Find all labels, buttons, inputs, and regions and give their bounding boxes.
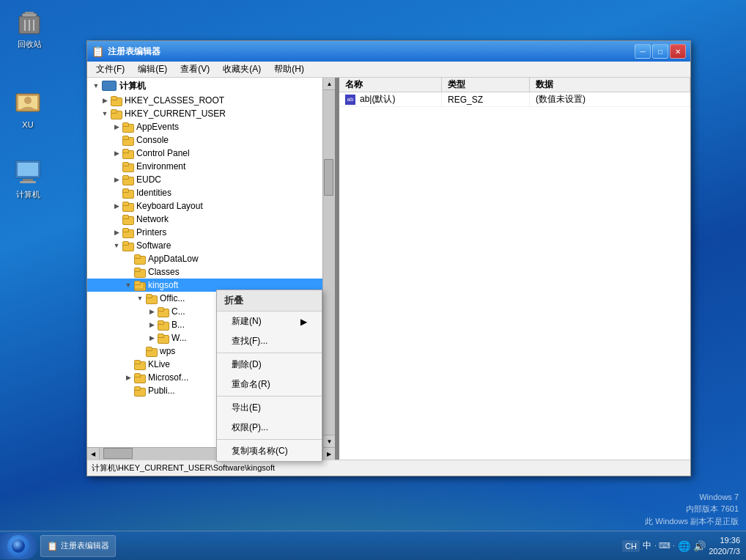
clock[interactable]: 19:36 2020/7/3 xyxy=(709,535,740,556)
expand-kingsoft[interactable]: ▼ xyxy=(122,279,134,291)
menu-file[interactable]: 文件(F) xyxy=(90,62,130,77)
expand-software[interactable]: ▼ xyxy=(111,240,122,251)
tree-console[interactable]: Console xyxy=(87,133,322,147)
context-delete-label: 删除(D) xyxy=(232,358,262,371)
tree-identities[interactable]: Identities xyxy=(87,186,322,199)
context-new-label: 新建(N) xyxy=(232,315,262,328)
tree-eudc[interactable]: ▶ EUDC xyxy=(87,173,322,186)
vscroll-track[interactable] xyxy=(323,90,335,435)
network-icon[interactable]: 🌐 xyxy=(678,540,690,552)
windows-version: Windows 7 内部版本 7601 此 Windows 副本不是正版 xyxy=(645,491,739,528)
tree-label-control-panel: Control Panel xyxy=(136,148,190,158)
tree-label-hkey-classes: HKEY_CLASSES_ROOT xyxy=(125,95,224,106)
computer-icon xyxy=(13,158,43,187)
context-copy-key-label: 复制项名称(C) xyxy=(232,445,288,457)
context-menu-rename[interactable]: 重命名(R) xyxy=(217,375,322,394)
context-menu-copy-key[interactable]: 复制项名称(C) xyxy=(217,441,322,461)
desktop-icon-computer[interactable]: 计算机 xyxy=(6,158,50,199)
tree-label-klive: KLive xyxy=(148,359,170,369)
folder-appdatalow xyxy=(134,254,146,264)
expand-network[interactable] xyxy=(111,213,122,225)
tree-computer-root[interactable]: ▼ 计算机 xyxy=(87,78,322,94)
expand-computer[interactable]: ▼ xyxy=(90,80,102,92)
cell-name: ab ab|(默认) xyxy=(339,92,442,106)
tree-vscrollbar[interactable]: ▲ ▼ xyxy=(322,78,335,447)
context-menu-find[interactable]: 查找(F)... xyxy=(217,331,322,351)
expand-environment[interactable] xyxy=(111,161,122,172)
expand-hkey-classes[interactable]: ▶ xyxy=(99,95,111,106)
expand-eudc[interactable]: ▶ xyxy=(111,174,122,185)
tree-label-console: Console xyxy=(136,135,169,145)
hscroll-thumb[interactable] xyxy=(103,448,133,459)
expand-office[interactable]: ▼ xyxy=(134,292,146,304)
minimize-button[interactable]: ─ xyxy=(635,44,651,59)
tree-keyboard-layout[interactable]: ▶ Keyboard Layout xyxy=(87,199,322,213)
expand-sub3[interactable]: ▶ xyxy=(146,332,158,344)
detail-pane: 名称 类型 数据 ab ab|(默认) REG_SZ (数值未设置) xyxy=(339,78,690,460)
tree-appevents[interactable]: ▶ AppEvents xyxy=(87,120,322,133)
svg-point-8 xyxy=(24,97,32,104)
expand-public[interactable] xyxy=(122,385,134,397)
expand-hkey-current[interactable]: ▼ xyxy=(99,108,111,119)
title-bar-left: 📋 注册表编辑器 xyxy=(92,45,160,58)
context-menu-export[interactable]: 导出(E) xyxy=(217,398,322,418)
reg-value-name: ab|(默认) xyxy=(360,93,395,106)
scroll-right-btn[interactable]: ▶ xyxy=(322,448,335,460)
menu-favorites[interactable]: 收藏夹(A) xyxy=(217,62,267,77)
vscroll-thumb[interactable] xyxy=(324,159,333,196)
context-menu-delete[interactable]: 删除(D) xyxy=(217,355,322,375)
computer-icon-small xyxy=(102,81,117,91)
main-content: ▼ 计算机 ▶ HKEY_CLASSES_ROOT ▼ HKEY_ xyxy=(87,78,690,460)
start-button[interactable] xyxy=(0,533,37,559)
taskbar-item-regedit[interactable]: 📋 注册表编辑器 xyxy=(40,535,116,557)
col-header-type: 类型 xyxy=(442,78,530,92)
context-menu-title-text: 折叠 xyxy=(224,295,243,306)
context-menu-new[interactable]: 新建(N) ▶ xyxy=(217,312,322,331)
menu-edit[interactable]: 编辑(E) xyxy=(132,62,173,77)
close-button[interactable]: ✕ xyxy=(670,44,686,59)
desktop-icon-user[interactable]: XU xyxy=(6,88,50,130)
expand-sub2[interactable]: ▶ xyxy=(146,319,158,331)
ime-icon[interactable]: 中 xyxy=(643,539,651,552)
tree-control-panel[interactable]: ▶ Control Panel xyxy=(87,147,322,160)
tree-label-appdatalow: AppDataLow xyxy=(148,254,199,264)
menu-view[interactable]: 查看(V) xyxy=(174,62,215,77)
scroll-down-btn[interactable]: ▼ xyxy=(323,435,336,447)
volume-icon[interactable]: 🔊 xyxy=(693,540,706,552)
maximize-button[interactable]: □ xyxy=(652,44,668,59)
expand-wps[interactable] xyxy=(134,345,146,357)
expand-classes[interactable] xyxy=(122,266,134,278)
desktop-icon-recycle-bin[interactable]: 回收站 xyxy=(7,7,51,49)
tree-classes[interactable]: Classes xyxy=(87,265,322,279)
expand-sub1[interactable]: ▶ xyxy=(146,306,158,317)
tree-network[interactable]: Network xyxy=(87,213,322,226)
tree-hkey-classes[interactable]: ▶ HKEY_CLASSES_ROOT xyxy=(87,94,322,107)
expand-console[interactable] xyxy=(111,134,122,146)
expand-appevents[interactable]: ▶ xyxy=(111,121,122,133)
scroll-left-btn[interactable]: ◀ xyxy=(87,448,100,460)
expand-appdatalow[interactable] xyxy=(122,253,134,265)
folder-klive xyxy=(134,359,146,369)
expand-printers[interactable]: ▶ xyxy=(111,226,122,238)
context-menu-permissions[interactable]: 权限(P)... xyxy=(217,418,322,438)
tree-environment[interactable]: Environment xyxy=(87,160,322,173)
expand-klive[interactable] xyxy=(122,358,134,370)
expand-control-panel[interactable]: ▶ xyxy=(111,147,122,159)
tree-software[interactable]: ▼ Software xyxy=(87,239,322,252)
tree-label-environment: Environment xyxy=(136,161,185,172)
tree-computer-label: 计算机 xyxy=(119,80,146,92)
folder-sub3 xyxy=(158,333,169,343)
expand-keyboard-layout[interactable]: ▶ xyxy=(111,200,122,212)
tree-label-keyboard-layout: Keyboard Layout xyxy=(136,201,203,211)
tree-printers[interactable]: ▶ Printers xyxy=(87,226,322,239)
scroll-up-btn[interactable]: ▲ xyxy=(323,78,336,90)
menu-help[interactable]: 帮助(H) xyxy=(268,62,310,77)
expand-microsoft[interactable]: ▶ xyxy=(122,372,134,383)
context-menu-title: 折叠 xyxy=(217,290,322,312)
expand-identities[interactable] xyxy=(111,187,122,199)
registry-row-default[interactable]: ab ab|(默认) REG_SZ (数值未设置) xyxy=(339,92,690,107)
lang-indicator[interactable]: CH xyxy=(622,540,640,552)
tree-appdatalow[interactable]: AppDataLow xyxy=(87,252,322,265)
tree-hkey-current[interactable]: ▼ HKEY_CURRENT_USER xyxy=(87,107,322,120)
taskbar-regedit-icon: 📋 xyxy=(47,541,58,551)
